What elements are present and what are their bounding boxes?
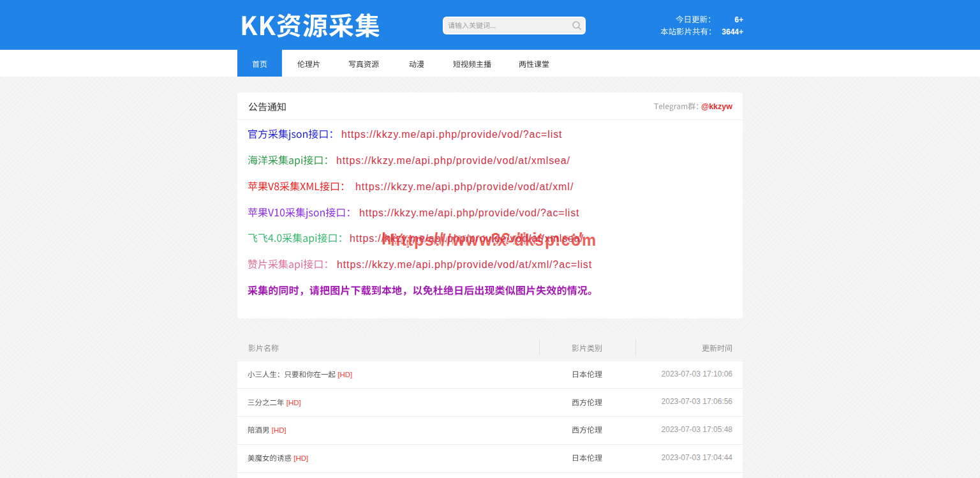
svg-text:[HD]: [HD] [286, 399, 301, 407]
svg-text:[HD]: [HD] [293, 454, 308, 462]
svg-text:2023-07-03 17:04:44: 2023-07-03 17:04:44 [661, 453, 732, 462]
svg-text:https://kkzy.me/api.php/provid: https://kkzy.me/api.php/provide/vod/at/x… [355, 181, 574, 192]
svg-text:2023-07-03 17:05:48: 2023-07-03 17:05:48 [661, 425, 732, 434]
svg-text:https://kkzy.me/api.php/provid: https://kkzy.me/api.php/provide/vod/?ac=… [359, 207, 579, 218]
svg-text:2023-07-03 17:10:06: 2023-07-03 17:10:06 [661, 370, 732, 378]
svg-text:6+: 6+ [734, 15, 743, 24]
svg-text:2023-07-03 17:06:56: 2023-07-03 17:06:56 [661, 397, 732, 406]
svg-text:3644+: 3644+ [722, 27, 743, 36]
svg-text:@kkzyw: @kkzyw [701, 102, 732, 111]
svg-text:https://kkzy.me/api.php/provid: https://kkzy.me/api.php/provide/vod/?ac=… [341, 129, 562, 140]
svg-text:https://kkzy.me/api.php/provid: https://kkzy.me/api.php/provide/vod/at/x… [336, 155, 570, 166]
svg-text:https://kkzy.me/api.php/provid: https://kkzy.me/api.php/provide/vod/at/x… [337, 259, 592, 270]
svg-text:[HD]: [HD] [271, 426, 286, 434]
svg-text:[HD]: [HD] [338, 371, 352, 378]
svg-text:https://kkzy.me/api.php/provid: https://kkzy.me/api.php/provide/vod/at/x… [350, 233, 584, 244]
